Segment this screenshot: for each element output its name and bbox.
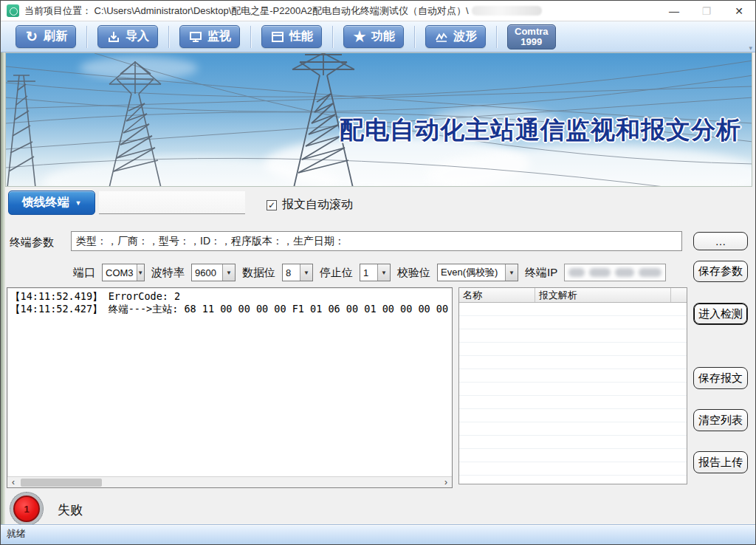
toolbar-separator	[168, 26, 169, 48]
window-left-edge	[1, 52, 5, 527]
function-button[interactable]: ★ 功能	[343, 25, 404, 48]
window-title: 当前项目位置： C:\Users\Administrator\Desktop\配…	[24, 4, 469, 18]
fail-count-badge: 1	[13, 496, 40, 522]
checkbox-checked-icon[interactable]: ✓	[267, 200, 277, 210]
chevron-down-icon: ▼	[505, 264, 518, 281]
message-log-text: 【14:11:52.419】 ErrorCode: 2【14:11:52.427…	[7, 288, 452, 476]
maximize-button[interactable]: ❐	[690, 1, 723, 21]
result-text: 失败	[58, 501, 83, 518]
save-message-button[interactable]: 保存报文	[693, 367, 748, 389]
redacted-text	[568, 268, 585, 277]
upload-report-button[interactable]: 报告上传	[693, 451, 748, 473]
chevron-down-icon: ▼	[75, 199, 82, 207]
log-line: 【14:11:52.427】 终端--->主站: 68 11 00 00 00 …	[10, 303, 449, 315]
message-log-panel[interactable]: 【14:11:52.419】 ErrorCode: 2【14:11:52.427…	[7, 287, 453, 488]
scroll-right-icon[interactable]: ›	[440, 478, 452, 487]
waveform-icon	[434, 30, 449, 44]
toolbar-separator	[250, 26, 251, 48]
serial-settings-row: 端口 COM3 ▼ 波特率 9600 ▼ 数据位 8 ▼ 停止位 1 ▼ 校验位…	[73, 263, 666, 282]
toolbar-separator	[332, 26, 333, 48]
main-toolbar: ↻ 刷新 导入 监视 性能 ★ 功能	[1, 21, 755, 52]
port-select[interactable]: COM3 ▼	[102, 264, 145, 281]
status-bar: 就绪	[1, 525, 755, 544]
chevron-down-icon: ▼	[377, 264, 390, 281]
auto-scroll-label: 报文自动滚动	[282, 197, 353, 213]
column-header-extra	[671, 288, 687, 302]
chevron-down-icon: ▼	[300, 264, 312, 281]
monitor-button[interactable]: 监视	[179, 25, 240, 48]
banner-image: 配电自动化主站通信监视和报文分析	[5, 52, 752, 187]
redacted-text	[472, 6, 542, 16]
scrollbar-thumb[interactable]	[21, 479, 102, 487]
baud-select[interactable]: 9600 ▼	[191, 264, 236, 281]
refresh-button[interactable]: ↻ 刷新	[16, 25, 76, 48]
import-icon	[106, 30, 121, 44]
save-params-button[interactable]: 保存参数	[693, 261, 748, 282]
log-line: 【14:11:52.419】 ErrorCode: 2	[10, 290, 449, 303]
terminal-ip-label: 终端IP	[525, 266, 557, 280]
app-window: 当前项目位置： C:\Users\Administrator\Desktop\配…	[0, 0, 756, 545]
log-horizontal-scrollbar[interactable]: ‹ ›	[7, 476, 452, 487]
close-button[interactable]: ✕	[723, 1, 755, 21]
toolbar-separator	[86, 26, 87, 48]
column-header-parse[interactable]: 报文解析	[535, 288, 671, 302]
enter-detect-button[interactable]: 进入检测	[693, 303, 748, 325]
more-button[interactable]: …	[693, 232, 748, 250]
parity-label: 校验位	[397, 266, 430, 280]
terminal-ip-field[interactable]	[564, 264, 666, 281]
parity-select[interactable]: Even(偶校验) ▼	[437, 264, 518, 281]
toolbar-separator	[496, 26, 497, 48]
table-header-row: 名称 报文解析	[459, 288, 687, 303]
tab-empty-slot[interactable]	[99, 191, 245, 214]
baud-label: 波特率	[151, 266, 185, 280]
column-header-name[interactable]: 名称	[459, 288, 535, 302]
import-button[interactable]: 导入	[97, 25, 158, 48]
toolbar-separator	[414, 26, 415, 48]
stopbits-label: 停止位	[320, 266, 353, 280]
performance-button[interactable]: 性能	[261, 25, 322, 48]
fail-indicator: 1	[10, 492, 44, 526]
tab-feeder-terminal[interactable]: 馈线终端 ▼	[8, 191, 95, 215]
banner-title: 配电自动化主站通信监视和报文分析	[340, 114, 741, 147]
minimize-button[interactable]: —	[658, 1, 690, 21]
toolbar-overflow-grip[interactable]: ▾	[749, 44, 752, 52]
auto-scroll-checkbox-row[interactable]: ✓ 报文自动滚动	[267, 197, 353, 213]
title-bar: 当前项目位置： C:\Users\Administrator\Desktop\配…	[1, 1, 755, 21]
scroll-left-icon[interactable]: ‹	[7, 478, 19, 487]
comtra-1999-button[interactable]: Comtra 1999	[507, 24, 556, 49]
port-label: 端口	[73, 266, 95, 280]
redacted-text	[639, 268, 662, 277]
parse-result-table[interactable]: 名称 报文解析	[458, 287, 687, 484]
monitor-icon	[188, 30, 203, 44]
clear-list-button[interactable]: 清空列表	[693, 409, 748, 431]
app-icon	[7, 4, 19, 17]
refresh-icon: ↻	[24, 30, 39, 44]
window-controls: — ❐ ✕	[658, 1, 755, 21]
chevron-down-icon: ▼	[137, 264, 144, 281]
star-icon: ★	[352, 30, 367, 44]
window-icon	[270, 30, 285, 44]
databits-select[interactable]: 8 ▼	[282, 264, 313, 281]
terminal-params-input[interactable]	[71, 231, 682, 251]
databits-label: 数据位	[242, 266, 275, 280]
redacted-text	[589, 268, 611, 277]
table-body-empty	[459, 303, 687, 484]
stopbits-select[interactable]: 1 ▼	[360, 264, 391, 281]
chevron-down-icon: ▼	[222, 264, 235, 281]
terminal-params-label: 终端参数	[10, 236, 54, 250]
redacted-text	[615, 268, 634, 277]
waveform-button[interactable]: 波形	[425, 25, 486, 48]
status-message: 就绪	[7, 527, 26, 541]
